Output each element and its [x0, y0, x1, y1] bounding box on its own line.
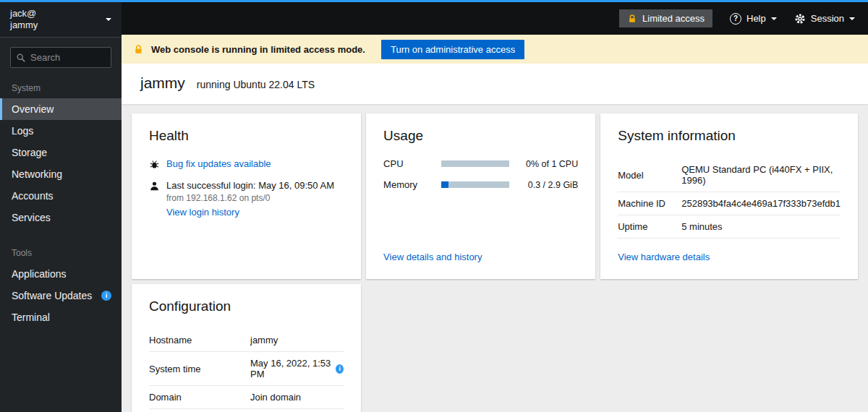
row-value: 0.3 / 2.9 GiB: [509, 180, 578, 190]
performance-profile-row: Performance profile none: [149, 409, 344, 412]
model-row: Model QEMU Standard PC (i440FX + PIIX, 1…: [618, 158, 841, 192]
help-label: Help: [746, 13, 766, 24]
row-label: Machine ID: [618, 198, 681, 209]
info-badge-icon: i: [101, 291, 111, 301]
sidebar-item-accounts[interactable]: Accounts: [0, 185, 122, 207]
nav-item-label: Applications: [12, 268, 67, 280]
cpu-progress-bar: [441, 160, 509, 167]
hostname-value: jammy: [250, 335, 344, 346]
host-name: jammy: [10, 20, 38, 31]
sidebar-item-applications[interactable]: Applications: [0, 263, 122, 285]
hostname-row: Hostname jammy: [149, 329, 344, 352]
page-title: jammy: [140, 74, 185, 92]
row-value: QEMU Standard PC (i440FX + PIIX, 1996): [681, 164, 841, 186]
sidebar-item-storage[interactable]: Storage: [0, 142, 122, 163]
row-label: Model: [618, 170, 681, 181]
limited-access-label: Limited access: [642, 13, 705, 24]
uptime-row: Uptime 5 minutes: [618, 215, 841, 239]
last-login-text: Last successful login: May 16, 09:50 AM: [166, 180, 334, 191]
nav-item-label: Accounts: [12, 190, 54, 202]
user-icon: [149, 181, 160, 192]
health-card-title: Health: [149, 128, 344, 144]
domain-row: Domain Join domain: [149, 386, 344, 409]
gear-icon: [794, 13, 806, 25]
turn-on-admin-access-button[interactable]: Turn on administrative access: [381, 40, 524, 59]
row-value: 0% of 1 CPU: [509, 159, 578, 169]
search-icon: [16, 53, 26, 63]
user-name: jack@: [10, 8, 38, 20]
lock-icon: [627, 14, 637, 24]
sidebar-item-software-updates[interactable]: Software Updates i: [0, 285, 122, 306]
info-icon[interactable]: i: [336, 364, 344, 374]
sidebar-item-services[interactable]: Services: [0, 207, 122, 228]
row-label: CPU: [383, 158, 441, 169]
session-menu[interactable]: Session: [794, 13, 855, 25]
health-card: Health Bug fix updates available Last su…: [132, 113, 361, 279]
configuration-card-title: Configuration: [149, 299, 344, 314]
login-origin-text: from 192.168.1.62 on pts/0: [166, 193, 334, 203]
system-time-value-wrap: May 16, 2022, 1:53 PM i: [250, 358, 344, 379]
nav-item-label: Terminal: [12, 312, 50, 323]
chevron-down-icon: [849, 17, 855, 20]
machine-id-row: Machine ID 252893b4fa4c4e469a17f333b73ef…: [618, 192, 841, 215]
system-information-card: System information Model QEMU Standard P…: [600, 113, 858, 279]
nav-item-label: Overview: [12, 103, 54, 115]
memory-progress-bar: [441, 181, 509, 188]
system-information-footer: View hardware details: [618, 239, 841, 263]
row-label: Domain: [149, 392, 250, 403]
nav-item-label: Logs: [12, 125, 33, 137]
bug-icon: [149, 159, 160, 170]
masthead: Limited access ? Help Session: [122, 2, 868, 35]
sidebar-search: [0, 38, 122, 75]
configuration-card: Configuration Hostname jammy System time…: [132, 284, 361, 412]
updates-row: Bug fix updates available: [149, 158, 344, 170]
memory-progress-fill: [441, 181, 448, 188]
view-hardware-details-link[interactable]: View hardware details: [618, 252, 710, 262]
system-information-card-title: System information: [618, 128, 841, 144]
session-label: Session: [811, 13, 844, 24]
last-login-block: Last successful login: May 16, 09:50 AM …: [166, 180, 334, 218]
sidebar-nav: System Overview Logs Storage Networking …: [0, 75, 122, 328]
usage-card-title: Usage: [383, 128, 578, 144]
view-details-history-link[interactable]: View details and history: [383, 252, 482, 262]
page-header: jammy running Ubuntu 22.04 LTS: [122, 64, 868, 104]
system-time-value[interactable]: May 16, 2022, 1:53 PM: [250, 358, 331, 379]
nav-section-tools: Tools: [0, 240, 122, 263]
row-value: 5 minutes: [681, 221, 841, 232]
row-label: Hostname: [149, 335, 250, 346]
limited-access-banner: Web console is running in limited access…: [122, 35, 868, 64]
user-menu[interactable]: jack@ jammy: [0, 2, 122, 38]
os-subtitle: running Ubuntu 22.04 LTS: [197, 79, 315, 90]
lock-icon: [133, 44, 144, 55]
row-label: Uptime: [618, 221, 681, 232]
card-grid: Health Bug fix updates available Last su…: [122, 104, 868, 412]
sidebar-item-overview[interactable]: Overview: [0, 98, 122, 120]
bug-fix-updates-link[interactable]: Bug fix updates available: [166, 158, 271, 169]
limited-access-button[interactable]: Limited access: [619, 9, 712, 27]
row-label: Memory: [383, 179, 441, 190]
question-circle-icon: ?: [730, 13, 741, 25]
nav-item-label: Networking: [12, 168, 62, 180]
join-domain-action[interactable]: Join domain: [250, 392, 344, 403]
sidebar-item-terminal[interactable]: Terminal: [0, 306, 122, 328]
last-login-row: Last successful login: May 16, 09:50 AM …: [149, 180, 344, 218]
row-value: 252893b4fa4c4e469a17f333b73efdb1: [681, 198, 841, 209]
memory-usage-row: Memory 0.3 / 2.9 GiB: [383, 179, 578, 190]
system-time-row: System time May 16, 2022, 1:53 PM i: [149, 352, 344, 386]
sidebar-item-networking[interactable]: Networking: [0, 163, 122, 185]
usage-footer: View details and history: [383, 239, 578, 263]
cpu-usage-row: CPU 0% of 1 CPU: [383, 158, 578, 169]
chevron-down-icon: [106, 18, 111, 21]
sidebar-item-logs[interactable]: Logs: [0, 120, 122, 142]
nav-item-label: Storage: [12, 147, 47, 158]
nav-item-label: Services: [12, 212, 51, 223]
nav-item-label: Software Updates: [12, 290, 92, 301]
chevron-down-icon: [771, 17, 777, 20]
user-identity: jack@ jammy: [10, 8, 38, 31]
view-login-history-link[interactable]: View login history: [166, 207, 239, 218]
row-label: System time: [149, 364, 250, 374]
help-menu[interactable]: ? Help: [730, 13, 777, 25]
main-content: jammy running Ubuntu 22.04 LTS Health Bu…: [122, 64, 868, 412]
usage-card: Usage CPU 0% of 1 CPU Memory 0.3 / 2.9 G…: [366, 113, 595, 279]
sidebar: jack@ jammy System Overview Logs Storage…: [0, 2, 122, 412]
